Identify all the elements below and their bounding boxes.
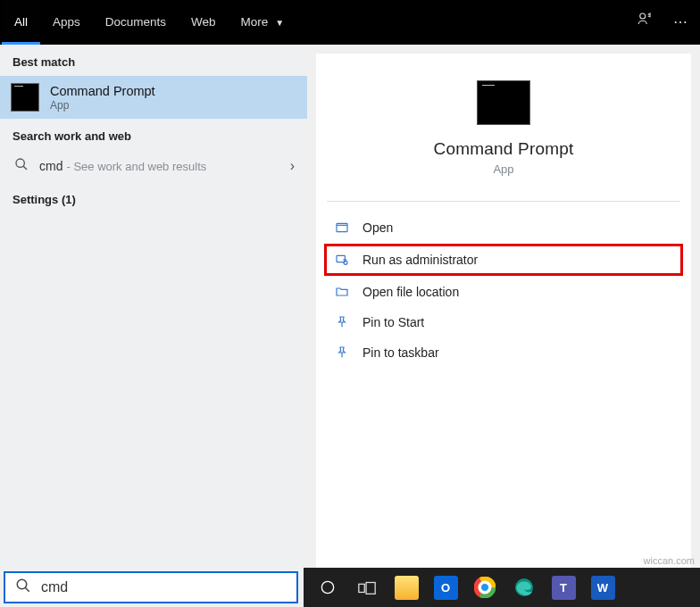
svg-line-9 <box>25 587 29 592</box>
svg-rect-12 <box>366 583 375 595</box>
svg-rect-3 <box>337 223 347 231</box>
result-title: Command Prompt <box>50 84 155 98</box>
command-prompt-icon <box>477 80 530 125</box>
word-icon[interactable]: W <box>584 570 621 605</box>
svg-point-1 <box>16 159 24 167</box>
chrome-icon[interactable] <box>466 570 504 605</box>
svg-point-5 <box>344 261 347 264</box>
settings-label[interactable]: Settings (1) <box>0 182 307 213</box>
action-label: Run as administrator <box>362 253 478 267</box>
svg-point-8 <box>17 579 27 589</box>
divider <box>327 201 680 202</box>
preview-panel: Command Prompt App Open Run as administr… <box>316 54 691 571</box>
admin-icon <box>334 252 350 268</box>
tab-more-label: More <box>241 15 269 29</box>
tab-web[interactable]: Web <box>179 0 229 45</box>
file-explorer-icon[interactable] <box>388 570 425 605</box>
action-run-as-administrator[interactable]: Run as administrator <box>325 245 682 275</box>
pin-icon <box>334 314 350 330</box>
action-label: Pin to taskbar <box>362 345 439 360</box>
best-match-label: Best match <box>0 45 307 76</box>
open-icon <box>334 220 350 236</box>
action-label: Pin to Start <box>362 315 424 329</box>
best-match-result[interactable]: Command Prompt App <box>0 76 307 119</box>
svg-rect-11 <box>359 584 364 592</box>
svg-point-10 <box>321 581 333 593</box>
tab-apps[interactable]: Apps <box>40 0 93 45</box>
taskview-icon[interactable] <box>348 570 386 605</box>
search-input[interactable] <box>41 579 296 595</box>
search-web-label: Search work and web <box>0 119 307 150</box>
svg-rect-4 <box>337 255 345 262</box>
tab-documents[interactable]: Documents <box>93 0 179 45</box>
command-prompt-icon <box>11 83 39 112</box>
action-pin-to-taskbar[interactable]: Pin to taskbar <box>316 337 691 368</box>
feedback-icon[interactable] <box>627 0 662 45</box>
action-label: Open <box>362 220 393 235</box>
tab-more[interactable]: More ▼ <box>229 0 296 45</box>
action-pin-to-start[interactable]: Pin to Start <box>316 307 691 337</box>
taskbar: O T W <box>304 568 700 607</box>
folder-icon <box>334 284 350 300</box>
web-query-hint: - See work and web results <box>66 160 206 173</box>
search-icon <box>12 157 30 175</box>
search-tabs: All Apps Documents Web More ▼ ⋯ <box>0 0 700 45</box>
action-open-file-location[interactable]: Open file location <box>316 277 691 307</box>
outlook-icon[interactable]: O <box>427 570 464 605</box>
preview-title: Command Prompt <box>434 139 574 159</box>
web-search-result[interactable]: cmd - See work and web results › <box>0 150 307 182</box>
action-label: Open file location <box>362 285 459 299</box>
watermark: wiccan.com <box>644 555 695 566</box>
result-subtitle: App <box>50 99 155 112</box>
web-query-text: cmd <box>39 159 62 173</box>
chevron-down-icon: ▼ <box>275 18 284 28</box>
chevron-right-icon: › <box>290 158 295 174</box>
search-icon <box>5 578 41 597</box>
tab-all[interactable]: All <box>2 0 40 45</box>
actions-list: Open Run as administrator Open file loca… <box>316 207 691 373</box>
svg-line-2 <box>23 166 27 170</box>
more-options-icon[interactable]: ⋯ <box>662 0 698 45</box>
search-box[interactable] <box>4 571 298 603</box>
teams-icon[interactable]: T <box>545 570 582 605</box>
edge-icon[interactable] <box>505 570 543 605</box>
results-panel: Best match Command Prompt App Search wor… <box>0 45 307 571</box>
action-open[interactable]: Open <box>316 212 691 243</box>
svg-point-0 <box>640 13 646 19</box>
pin-icon <box>334 345 350 361</box>
cortana-icon[interactable] <box>309 570 346 605</box>
preview-subtitle: App <box>493 162 513 176</box>
